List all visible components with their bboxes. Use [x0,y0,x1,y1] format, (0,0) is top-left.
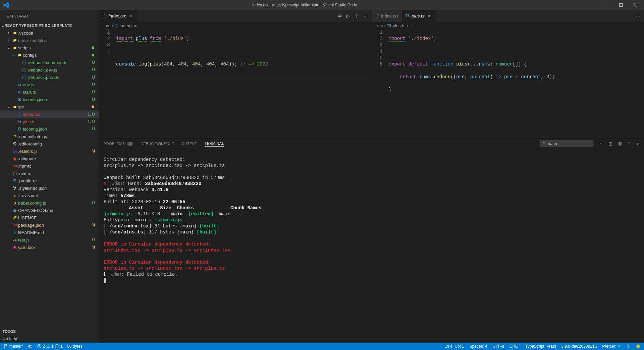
statusbar: master* ⓧ2 ⚠1 ⓘ1 86 bytes Ln 4, Col 1 Sp… [0,343,644,350]
tree-item--editorconfig[interactable]: ⚙.editorconfig [0,140,99,147]
eol-status[interactable]: CRLF [509,344,520,349]
git-badge: 1, U [88,112,96,117]
new-terminal-icon[interactable]: ＋ [599,141,603,147]
tree-item-plus-ts[interactable]: TSplus.ts1, U [0,118,99,125]
split-icon[interactable]: ◫ [355,13,359,18]
titlebar: index.tsx - react-typescript-boilerplate… [0,0,644,10]
section-outline[interactable]: › OUTLINE [0,335,99,343]
prettier-status[interactable]: Prettier: ✓ [602,344,621,349]
tree-item-yarn-lock[interactable]: 🧶yarn.lockM [0,244,99,251]
tree-item-index-tsx[interactable]: ⬡index.tsx1, U [0,111,99,118]
git-badge: U [92,237,96,242]
file-icon: TS [16,120,23,123]
tree-item-license[interactable]: 🔑LICENSE [0,214,99,221]
panel-tab-problems[interactable]: PROBLEMS 3 [104,142,133,146]
section-todos[interactable]: › TODOS [0,328,99,335]
file-icon: npm [11,223,18,227]
code-editor-left[interactable]: 1 2 3 4 import plus from './plus'; conso… [99,29,372,138]
indent-status[interactable]: Spaces: 4 [469,344,487,349]
tree-item--commitlintrc-js[interactable]: JS.commitlintrc.js [0,133,99,140]
tree-item-webpack-common-ts[interactable]: ⬡webpack.common.tsU [0,59,99,66]
tree-item-test-js[interactable]: JStest.jsU [0,236,99,244]
tree-item-babel-config-js[interactable]: bbabel.config.jsU [0,199,99,207]
project-header[interactable]: ⌄ REACT-TYPESCRIPT-BOILERPLATE [0,22,99,29]
tree-item-readme-md[interactable]: ℹREADME.md [0,229,99,236]
tree-item-src[interactable]: ⌄📁src [0,103,99,111]
maximize-panel-icon[interactable]: ⌃ [628,141,631,146]
tree-item-start-ts[interactable]: TSstart.tsU [0,88,99,96]
terminal-output[interactable]: Circular dependency detected: src\plus.t… [99,149,644,343]
file-icon: ▲ [11,193,18,198]
tree-item--prettierrc[interactable]: ⚙.prettierrc [0,177,99,184]
language-status[interactable]: TypeScript React [525,344,556,349]
minimize-button[interactable] [598,0,613,10]
close-icon[interactable]: × [128,13,133,18]
ts-version[interactable]: 3.9.0-dev.20200215 [561,344,597,349]
tree-item-scripts[interactable]: ⌄📁scripts [0,44,99,51]
tree-item--gitignore[interactable]: ◆.gitignore [0,155,99,162]
close-panel-icon[interactable]: × [637,141,639,146]
file-size[interactable]: 86 bytes [67,344,82,349]
panel-tab-output[interactable]: OUTPUT [181,142,197,146]
chevron-down-icon: ⌄ [1,24,4,28]
tree-item-node-modules[interactable]: ›📁node_modules [0,37,99,44]
file-icon: ⬡ [11,171,18,176]
encoding-status[interactable]: UTF-8 [493,344,504,349]
tree-item-package-json[interactable]: npmpackage.jsonM [0,221,99,229]
tree-item--npmrc[interactable]: npm.npmrc [0,162,99,170]
maximize-button[interactable] [613,0,629,10]
file-icon: ◆ [11,208,18,213]
split-terminal-icon[interactable]: ◫ [608,141,612,146]
sync-status[interactable] [28,344,33,349]
compare-icon[interactable]: ⇄ [338,13,342,18]
vscode-icon [0,2,12,8]
git-badge: U [92,127,96,131]
file-icon: ⚙ [16,97,23,102]
tree-item-env-ts[interactable]: TSenv.tsU [0,81,99,88]
tree-item-configs[interactable]: ⌄📁configs [0,51,99,59]
editor-group-left: ⬡ index.tsx × ⇄ ▷ ◫ ⋯ src › ⬡ index.t [99,10,372,138]
tab-index-tsx-right[interactable]: ⬡ index.tsx [372,10,402,22]
cursor-pos[interactable]: Ln 4, Col 1 [444,344,464,349]
close-button[interactable] [629,0,644,10]
panel-tab-terminal[interactable]: TERMINAL [205,141,224,147]
close-icon[interactable]: × [426,13,432,18]
ts-icon: TS [387,24,391,28]
error-count[interactable]: ⓧ2 ⚠1 ⓘ1 [37,344,62,349]
tree-item-tsconfig-json[interactable]: ⚙tsconfig.jsonU [0,125,99,133]
file-icon: ⬡ [21,60,28,65]
tree-item--travis-yml[interactable]: ▲.travis.yml [0,192,99,199]
more-icon[interactable]: ⋯ [363,13,368,18]
status-dot [92,105,94,108]
ts-icon: TS [406,14,410,18]
tab-index-tsx[interactable]: ⬡ index.tsx × [99,10,137,22]
feedback-icon[interactable]: ☺ [626,344,630,349]
tab-plus-ts[interactable]: TS plus.ts × [402,10,435,22]
breadcrumb[interactable]: src › TS plus.ts › ... [372,22,644,29]
git-badge: 1, U [88,119,96,124]
code-editor-right[interactable]: 1 2 3 4 5 6 import './index'; export def… [372,29,644,138]
file-icon: 🧶 [11,246,18,249]
tree-item-changelog-md[interactable]: ◆CHANGELOG.md [0,207,99,214]
git-badge: M [92,223,96,227]
tree-item-tsconfig-json[interactable]: ⚙tsconfig.jsonU [0,96,99,103]
tree-item-webpack-prod-ts[interactable]: ⬡webpack.prod.tsU [0,74,99,81]
tree-item-webpack-dev-ts[interactable]: ⬡webpack.dev.tsU [0,66,99,74]
tree-item--nvmrc[interactable]: ⬡.nvmrc [0,170,99,177]
file-icon: 📁 [16,53,23,57]
tree-item--stylelintrc-json[interactable]: ∀.stylelintrc.json [0,184,99,192]
tree-item--eslintrc-js[interactable]: ◎.eslintrc.jsM [0,147,99,155]
file-icon: ◎ [11,148,18,154]
more-icon[interactable]: ⋯ [636,13,640,18]
file-icon: ⬡ [21,67,28,73]
git-badge: U [92,90,96,94]
panel-tab-debug[interactable]: DEBUG CONSOLE [141,142,174,146]
branch-status[interactable]: master* [3,344,23,349]
breadcrumb[interactable]: src › ⬡ index.tsx [99,22,372,29]
run-icon[interactable]: ▷ [346,13,350,18]
kill-terminal-icon[interactable]: 🗑 [618,141,622,146]
tree-item--vscode[interactable]: ›📁.vscode [0,29,99,37]
bell-icon[interactable]: 🔔 [636,344,641,349]
git-badge: U [92,97,96,102]
terminal-select[interactable]: 1: bash [540,140,593,147]
